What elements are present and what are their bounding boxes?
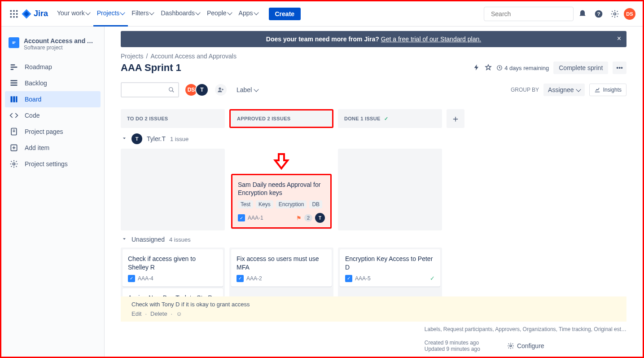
global-search[interactable] — [484, 7, 574, 21]
svg-rect-0 — [10, 10, 12, 11]
board-lane[interactable]: Sam Daily needs Approval for Encryption … — [229, 149, 333, 230]
project-icon — [9, 37, 19, 48]
jira-logo[interactable]: Jira — [21, 9, 48, 19]
project-type: Software project — [24, 44, 96, 51]
board: TO DO 2 ISSUESAPPROVED 2 ISSUESDONE 1 IS… — [121, 109, 626, 296]
add-icon — [9, 143, 18, 152]
issue-card[interactable]: Fix access so users must use MFA✓AAA-2 — [231, 249, 332, 286]
issue-card[interactable]: Check if access given to Shelley R✓AAA-4 — [123, 249, 223, 286]
issue-card[interactable]: Assign New Bug Trak to Stu P✓AAA-3 — [123, 288, 223, 296]
sidebar-item-board[interactable]: Board — [5, 91, 101, 107]
main-area: Does your team need more from Jira? Get … — [105, 27, 643, 357]
breadcrumb: Projects / Account Access and Approvals — [121, 53, 626, 60]
svg-rect-8 — [16, 16, 18, 18]
issue-card[interactable]: Sam Daily needs Approval for Encryption … — [231, 174, 332, 229]
sidebar-item-project-settings[interactable]: Project settings — [5, 156, 101, 172]
tag[interactable]: Test — [238, 200, 253, 208]
more-actions-icon[interactable]: ••• — [613, 62, 626, 74]
complete-sprint-button[interactable]: Complete sprint — [553, 62, 608, 74]
crumb-projects[interactable]: Projects — [121, 53, 144, 60]
board-lane[interactable] — [121, 149, 225, 230]
chevron-down-icon — [254, 87, 259, 92]
sidebar-item-backlog[interactable]: Backlog — [5, 75, 101, 91]
chevron-down-icon — [149, 10, 154, 15]
card-title: Encryption Key Access to Peter D — [345, 255, 435, 271]
card-title: Sam Daily needs Approval for Encryption … — [238, 181, 325, 197]
code-icon — [9, 111, 18, 120]
configure-button[interactable]: Configure — [507, 342, 544, 349]
settings-icon[interactable] — [608, 7, 622, 21]
chevron-down-icon[interactable] — [122, 135, 127, 142]
nav-projects[interactable]: Projects — [93, 1, 128, 27]
column-header[interactable]: DONE 1 ISSUE✓ — [338, 109, 442, 128]
sidebar-item-code[interactable]: Code — [5, 107, 101, 124]
banner-close-icon[interactable]: × — [617, 35, 621, 43]
notifications-icon[interactable] — [575, 7, 590, 21]
app-switcher-icon[interactable] — [9, 9, 19, 19]
footer-meta: Labels, Request participants, Approvers,… — [105, 322, 643, 357]
add-column-button[interactable]: ＋ — [447, 109, 464, 128]
sidebar-item-add-item[interactable]: Add item — [5, 140, 101, 156]
svg-rect-23 — [16, 96, 17, 102]
svg-rect-19 — [11, 82, 18, 84]
swimlane-header[interactable]: TTyler.T1 issue — [122, 133, 626, 144]
search-icon — [168, 87, 175, 93]
assignee-filter-avatars[interactable]: DS T — [184, 83, 209, 97]
svg-rect-18 — [11, 80, 18, 81]
nav-dashboards[interactable]: Dashboards — [157, 1, 203, 27]
pages-icon — [9, 127, 18, 136]
avatar-t[interactable]: T — [195, 83, 209, 97]
sidebar-item-project-pages[interactable]: Project pages — [5, 124, 101, 140]
star-icon[interactable] — [485, 64, 492, 72]
svg-rect-21 — [11, 96, 13, 102]
nav-filters[interactable]: Filters — [128, 1, 157, 27]
insights-button[interactable]: Insights — [589, 84, 626, 96]
footer-labels-row: Labels, Request participants, Approvers,… — [425, 326, 626, 332]
user-avatar[interactable]: DS — [624, 8, 635, 20]
nav-people[interactable]: People — [203, 1, 235, 27]
issue-card[interactable]: Encryption Key Access to Peter D✓AAA-5✓ — [340, 249, 440, 286]
comment-delete[interactable]: Delete — [150, 310, 167, 317]
board-icon — [9, 95, 18, 104]
nav-apps[interactable]: Apps — [235, 1, 262, 27]
group-by-dropdown[interactable]: Assignee — [543, 84, 585, 96]
board-search[interactable] — [121, 82, 179, 97]
tag[interactable]: Keys — [256, 200, 273, 208]
svg-point-9 — [488, 13, 488, 14]
svg-point-13 — [614, 13, 616, 15]
swimlane-header[interactable]: Unassigned4 issues — [122, 236, 626, 243]
svg-rect-2 — [16, 10, 18, 11]
svg-rect-4 — [13, 13, 14, 14]
add-people-button[interactable] — [214, 83, 228, 97]
clock-icon — [496, 65, 503, 71]
issue-key: AAA-2 — [246, 275, 262, 282]
crumb-project-name[interactable]: Account Access and Approvals — [150, 53, 236, 60]
banner-link[interactable]: Get a free trial of our Standard plan. — [381, 35, 481, 43]
create-button[interactable]: Create — [269, 8, 301, 20]
project-header[interactable]: Account Access and Ap… Software project — [5, 35, 101, 57]
nav-your-work[interactable]: Your work — [53, 1, 93, 27]
board-lane[interactable]: Encryption Key Access to Peter D✓AAA-5✓ — [338, 248, 442, 296]
sidebar-item-roadmap[interactable]: Roadmap — [5, 59, 101, 75]
bolt-icon[interactable] — [473, 64, 480, 72]
board-lane[interactable]: Fix access so users must use MFA✓AAA-2 — [229, 248, 333, 296]
label-dropdown[interactable]: Label — [237, 86, 258, 93]
column-header[interactable]: TO DO 2 ISSUES — [121, 109, 225, 128]
board-lane[interactable] — [338, 149, 442, 230]
column-header[interactable]: APPROVED 2 ISSUES — [229, 109, 333, 128]
board-lane[interactable]: Check if access given to Shelley R✓AAA-4… — [121, 248, 225, 296]
check-icon: ✓ — [384, 116, 388, 122]
svg-line-31 — [172, 91, 174, 93]
comment-text: Check with Tony D if it is okay to grant… — [131, 301, 616, 308]
comment-edit[interactable]: Edit — [131, 310, 141, 317]
issue-key: AAA-5 — [355, 275, 371, 282]
chevron-down-icon[interactable] — [122, 236, 127, 243]
card-title: Fix access so users must use MFA — [237, 255, 326, 271]
days-remaining: 4 days remaining — [504, 65, 549, 71]
assignee-avatar[interactable]: T — [315, 213, 325, 223]
help-icon[interactable]: ? — [591, 7, 606, 21]
tag[interactable]: Encryption — [276, 200, 307, 208]
comment-react-icon[interactable]: ☺ — [176, 310, 182, 317]
search-input[interactable] — [491, 10, 570, 18]
tag[interactable]: DB — [309, 200, 322, 208]
